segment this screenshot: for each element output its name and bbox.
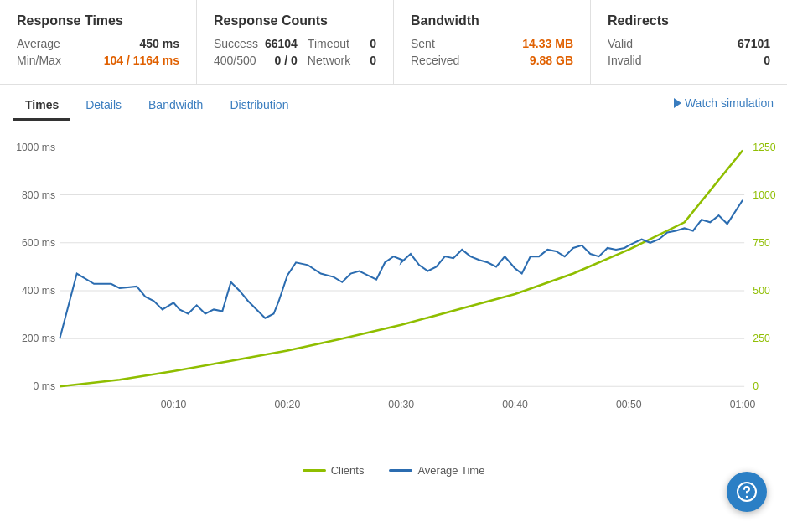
svg-text:800 ms: 800 ms (22, 189, 55, 201)
tab-details[interactable]: Details (74, 91, 133, 121)
average-label: Average (17, 37, 60, 50)
svg-text:00:30: 00:30 (388, 399, 414, 411)
status-label: 400/500 (214, 54, 256, 67)
received-value: 9.88 GB (530, 54, 573, 67)
minmax-value: 104 / 1164 ms (104, 54, 179, 67)
legend-clients: Clients (303, 464, 365, 477)
svg-text:200 ms: 200 ms (22, 333, 55, 344)
svg-text:400 ms: 400 ms (22, 285, 55, 297)
valid-value: 67101 (738, 37, 770, 50)
network-label: Network (308, 54, 350, 67)
svg-text:1250: 1250 (753, 142, 775, 153)
svg-text:600 ms: 600 ms (22, 237, 55, 249)
valid-label: Valid (608, 37, 633, 50)
response-counts-title: Response Counts (214, 13, 376, 28)
watch-simulation-label: Watch simulation (685, 96, 774, 110)
bandwidth-title: Bandwidth (411, 13, 573, 28)
minmax-label: Min/Max (17, 54, 61, 67)
average-value: 450 ms (140, 37, 179, 50)
response-counts-card: Response Counts Success 66104 Timeout 0 … (197, 0, 394, 84)
response-times-card: Response Times Average 450 ms Min/Max 10… (0, 0, 197, 84)
svg-text:00:20: 00:20 (275, 399, 301, 411)
svg-text:750: 750 (753, 237, 770, 249)
chart-legend: Clients Average Time (8, 464, 779, 477)
success-value: 66104 (265, 37, 298, 50)
times-chart: 1000 ms 800 ms 600 ms 400 ms 200 ms 0 ms… (8, 130, 779, 455)
tab-distribution[interactable]: Distribution (218, 91, 300, 121)
invalid-label: Invalid (608, 54, 641, 67)
play-icon (674, 98, 681, 108)
watch-simulation-button[interactable]: Watch simulation (674, 96, 774, 116)
svg-text:00:40: 00:40 (502, 399, 528, 411)
timeout-value: 0 (370, 37, 376, 50)
sent-value: 14.33 MB (522, 37, 573, 50)
tab-times[interactable]: Times (13, 91, 70, 121)
average-time-legend-line (389, 469, 412, 472)
bandwidth-card: Bandwidth Sent 14.33 MB Received 9.88 GB (394, 0, 591, 84)
success-label: Success (214, 37, 258, 50)
tab-bandwidth[interactable]: Bandwidth (137, 91, 215, 121)
svg-point-25 (746, 496, 748, 498)
clients-line (60, 151, 743, 387)
svg-text:1000: 1000 (753, 189, 775, 201)
help-fab[interactable] (727, 472, 767, 510)
average-time-legend-label: Average Time (417, 464, 484, 477)
tabs-bar: Times Details Bandwidth Distribution Wat… (0, 85, 787, 121)
network-value: 0 (370, 54, 376, 67)
svg-text:0: 0 (753, 380, 759, 392)
svg-text:01:00: 01:00 (730, 399, 756, 411)
svg-text:00:50: 00:50 (616, 399, 642, 411)
chart-area: 1000 ms 800 ms 600 ms 400 ms 200 ms 0 ms… (0, 121, 787, 510)
svg-text:1000 ms: 1000 ms (16, 142, 55, 153)
svg-text:500: 500 (753, 285, 770, 297)
status-value: 0 / 0 (275, 54, 298, 67)
svg-text:250: 250 (753, 333, 770, 344)
timeout-label: Timeout (308, 37, 349, 50)
stats-cards: Response Times Average 450 ms Min/Max 10… (0, 0, 787, 85)
legend-average-time: Average Time (389, 464, 484, 477)
clients-legend-label: Clients (331, 464, 365, 477)
clients-legend-line (303, 469, 326, 472)
average-time-line (60, 200, 743, 338)
response-times-title: Response Times (17, 13, 179, 28)
redirects-card: Redirects Valid 67101 Invalid 0 (591, 0, 787, 84)
svg-text:00:10: 00:10 (161, 399, 187, 411)
sent-label: Sent (411, 37, 435, 50)
invalid-value: 0 (764, 54, 770, 67)
redirects-title: Redirects (608, 13, 770, 28)
svg-text:0 ms: 0 ms (34, 380, 56, 392)
received-label: Received (411, 54, 459, 67)
help-icon (736, 481, 758, 503)
